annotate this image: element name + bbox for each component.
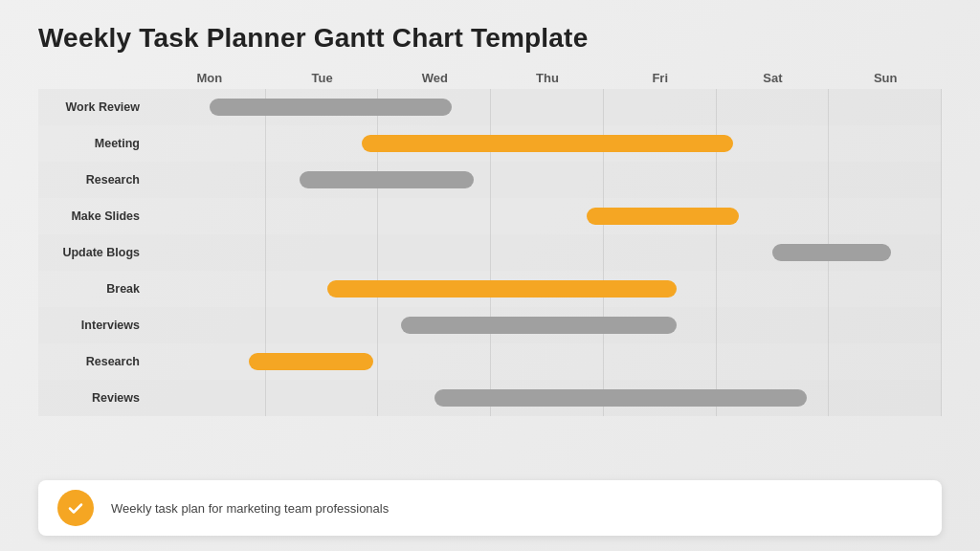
task-label: Make Slides: [38, 209, 153, 223]
task-label: Research: [38, 173, 153, 187]
task-label: Work Review: [38, 100, 153, 114]
day-header-wed: Wed: [378, 71, 491, 85]
day-header-sun: Sun: [829, 71, 942, 85]
gantt-row: Update Blogs: [38, 234, 942, 271]
day-header-thu: Thu: [491, 71, 604, 85]
task-bars: [153, 343, 942, 380]
footer-card: Weekly task plan for marketing team prof…: [38, 480, 942, 536]
task-label: Research: [38, 355, 153, 368]
task-bars: [153, 162, 942, 198]
gantt-row: Research: [38, 343, 942, 380]
task-bar: [327, 280, 677, 298]
task-bar: [362, 135, 733, 152]
task-bar: [434, 389, 806, 407]
gantt-row: Break: [38, 271, 942, 307]
gantt-row: Reviews: [38, 380, 942, 416]
footer-icon: [57, 490, 94, 526]
task-bar: [249, 353, 372, 370]
gantt-rows: Work ReviewMeetingResearchMake SlidesUpd…: [38, 89, 942, 467]
day-header-mon: Mon: [153, 71, 266, 85]
task-bar: [401, 317, 677, 334]
task-bar: [772, 244, 891, 261]
task-bars: [153, 198, 942, 234]
gantt-row: Research: [38, 162, 942, 198]
task-bars: [153, 271, 942, 307]
chart-area: MonTueWedThuFriSatSun Work ReviewMeeting…: [38, 71, 942, 467]
footer-text: Weekly task plan for marketing team prof…: [111, 501, 389, 516]
gantt-row: Interviews: [38, 307, 942, 343]
task-label: Interviews: [38, 319, 153, 332]
gantt-row: Make Slides: [38, 198, 942, 234]
task-label: Reviews: [38, 391, 153, 405]
task-label: Update Blogs: [38, 246, 153, 259]
task-bars: [153, 89, 942, 125]
task-bar: [587, 208, 739, 225]
day-headers: MonTueWedThuFriSatSun: [153, 71, 942, 85]
task-label: Meeting: [38, 137, 153, 150]
gantt-row: Meeting: [38, 125, 942, 162]
gantt-row: Work Review: [38, 89, 942, 125]
task-bars: [153, 125, 942, 162]
page-title: Weekly Task Planner Gantt Chart Template: [38, 23, 942, 54]
task-label: Break: [38, 282, 153, 296]
day-header-fri: Fri: [604, 71, 717, 85]
task-bars: [153, 307, 942, 343]
main-container: Weekly Task Planner Gantt Chart Template…: [0, 0, 980, 551]
day-header-tue: Tue: [266, 71, 379, 85]
day-header-sat: Sat: [717, 71, 830, 85]
task-bars: [153, 380, 942, 416]
task-bars: [153, 234, 942, 271]
task-bar: [300, 171, 474, 188]
task-bar: [210, 99, 452, 116]
